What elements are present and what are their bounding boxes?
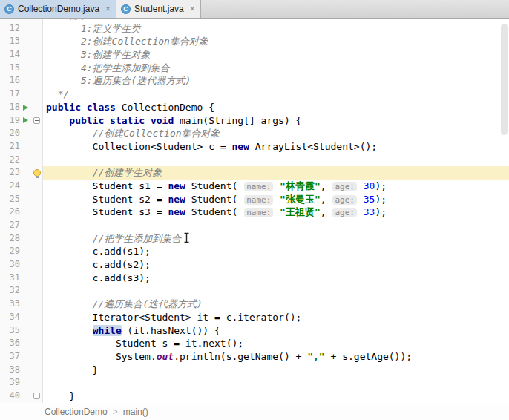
gutter: 21: [0, 140, 43, 154]
line-number: 18: [0, 101, 20, 114]
code-text[interactable]: public class CollectionDemo {: [43, 101, 509, 114]
code-token: [358, 206, 364, 217]
code-token: public: [46, 102, 81, 113]
code-token: Student(: [185, 206, 243, 217]
editor-tab[interactable]: CCollectionDemo.java×: [0, 0, 116, 18]
line-number: 36: [0, 337, 20, 350]
code-text[interactable]: Student s1 = new Student( name: "林青霞", a…: [43, 180, 509, 193]
code-text[interactable]: Student s = it.next();: [43, 337, 509, 350]
code-text[interactable]: [43, 219, 509, 232]
code-token: );: [375, 194, 387, 205]
code-token: 3:创建学生对象: [46, 49, 151, 60]
code-text[interactable]: c.add(s3);: [43, 272, 509, 285]
code-text[interactable]: 2:创建Collection集合对象: [43, 35, 509, 48]
intention-bulb-icon[interactable]: [33, 169, 41, 177]
code-text[interactable]: Collection<Student> c = new ArrayList<St…: [43, 140, 509, 154]
code-text[interactable]: System.out.println(s.getName() + "," + s…: [43, 350, 509, 364]
gutter-icon-slot: [20, 206, 31, 219]
code-text[interactable]: 4:把学生添加到集合: [43, 62, 509, 75]
code-line: 22: [0, 154, 509, 167]
code-token: );: [375, 206, 387, 217]
breadcrumb-item[interactable]: CollectionDemo: [45, 407, 108, 417]
tab-label: CollectionDemo.java: [18, 4, 99, 14]
code-text[interactable]: */: [43, 88, 509, 101]
gutter-fold-slot: [31, 114, 42, 128]
code-line: 14 3:创建学生对象: [0, 48, 509, 62]
code-text[interactable]: public static void main(String[] args) {: [43, 114, 509, 128]
editor-tab[interactable]: CStudent.java×: [116, 0, 201, 18]
code-text[interactable]: }: [43, 390, 509, 403]
gutter-fold-slot: [31, 390, 42, 403]
code-text[interactable]: c.add(s2);: [43, 258, 509, 272]
code-token: Student s1 =: [46, 180, 168, 191]
gutter-fold-slot: [31, 337, 42, 350]
run-icon[interactable]: [23, 105, 28, 111]
gutter: 33: [0, 298, 43, 311]
code-token: [358, 194, 364, 205]
code-token: 4:把学生添加到集合: [46, 62, 170, 73]
gutter-fold-slot: [31, 232, 42, 246]
code-text[interactable]: 3:创建学生对象: [43, 48, 509, 62]
gutter-icon-slot: [20, 390, 31, 403]
code-line: 26 Student s3 = new Student( name: "王祖贤"…: [0, 206, 509, 219]
gutter-icon-slot: [20, 22, 31, 36]
code-token: c.add(s3);: [46, 272, 151, 283]
code-text[interactable]: 5:遍历集合(迭代器方式): [43, 74, 509, 88]
code-token: new: [168, 180, 185, 191]
code-line: 23 //创建学生对象: [0, 166, 509, 180]
gutter-fold-slot: [31, 193, 42, 206]
fold-icon[interactable]: [33, 393, 40, 399]
gutter: 17: [0, 88, 43, 101]
code-line: 37 System.out.println(s.getName() + "," …: [0, 350, 509, 364]
line-number: 32: [0, 284, 20, 298]
gutter-fold-slot: [31, 74, 42, 88]
code-token: new: [231, 141, 249, 152]
code-text[interactable]: c.add(s1);: [43, 245, 509, 258]
code-text[interactable]: [43, 284, 509, 298]
code-token: "张曼玉": [280, 194, 321, 205]
code-line: 13 2:创建Collection集合对象: [0, 35, 509, 48]
code-text[interactable]: Student s3 = new Student( name: "王祖贤", a…: [43, 206, 509, 219]
java-class-icon: C: [4, 4, 14, 14]
code-token: void: [151, 115, 174, 126]
gutter: 13: [0, 35, 43, 48]
gutter-icon-slot: [20, 364, 31, 377]
gutter-fold-slot: [31, 140, 42, 154]
close-tab-icon[interactable]: ×: [105, 4, 111, 14]
code-text[interactable]: //遍历集合(迭代器方式): [43, 298, 509, 311]
gutter-icon-slot: [20, 180, 31, 193]
gutter-fold-slot: [31, 62, 42, 75]
code-text[interactable]: [43, 154, 509, 167]
code-token: //遍历集合(迭代器方式): [93, 298, 203, 309]
run-icon[interactable]: [23, 117, 28, 123]
scrollbar-track[interactable]: [499, 19, 509, 403]
code-text[interactable]: 1:定义学生类: [43, 22, 509, 36]
editor-tab-bar: CCollectionDemo.java×CStudent.java×: [0, 0, 509, 19]
code-line: 39: [0, 376, 509, 390]
line-number: 31: [0, 272, 20, 285]
code-token: }: [46, 390, 75, 401]
code-token: Iterator<Student> it = c.iterator();: [46, 312, 301, 323]
code-text[interactable]: while (it.hasNext()) {: [43, 324, 509, 338]
code-token: "林青霞": [280, 180, 321, 191]
code-token: [104, 115, 110, 126]
code-token: 5:遍历集合(迭代器方式): [46, 75, 191, 86]
code-text[interactable]: //创建学生对象: [43, 166, 509, 180]
close-tab-icon[interactable]: ×: [190, 4, 195, 14]
code-token: ",": [307, 351, 324, 362]
gutter-icon-slot: [20, 140, 31, 154]
code-text[interactable]: Student s2 = new Student( name: "张曼玉", a…: [43, 193, 509, 206]
code-token: System.: [46, 351, 157, 362]
fold-icon[interactable]: [33, 117, 40, 124]
code-text[interactable]: [43, 376, 509, 390]
code-token: //创建学生对象: [93, 167, 162, 178]
gutter: 26: [0, 206, 43, 219]
code-editor: 需求:12 1:定义学生类13 2:创建Collection集合对象14 3:创…: [0, 19, 509, 420]
code-text[interactable]: }: [43, 364, 509, 377]
code-token: //创建Collection集合对象: [93, 128, 220, 139]
code-text[interactable]: //把学生添加到集合: [43, 232, 509, 246]
breadcrumb-item[interactable]: main(): [123, 407, 148, 417]
scrollbar-thumb[interactable]: [501, 24, 508, 135]
code-text[interactable]: //创建Collection集合对象: [43, 127, 509, 140]
code-text[interactable]: Iterator<Student> it = c.iterator();: [43, 311, 509, 324]
